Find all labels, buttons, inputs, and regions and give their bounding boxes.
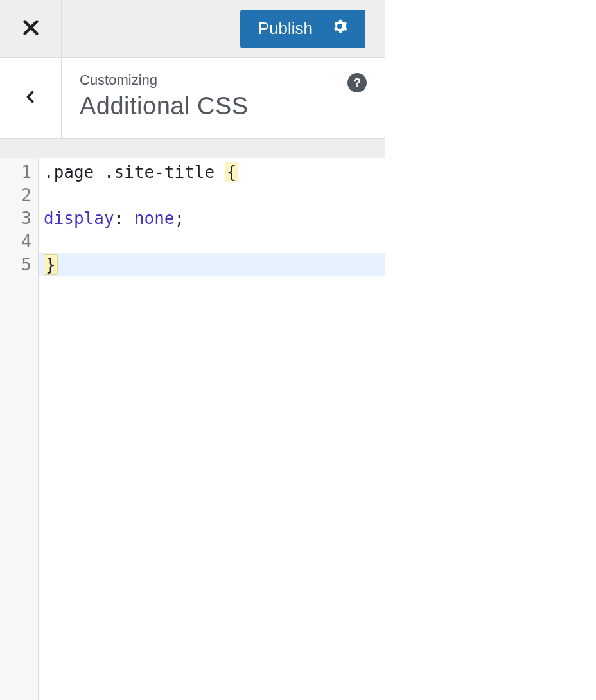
close-icon xyxy=(22,19,40,39)
code-token: } xyxy=(44,254,58,275)
code-token: none xyxy=(134,209,175,228)
page-title: Additional CSS xyxy=(80,92,367,120)
help-button[interactable]: ? xyxy=(347,73,367,92)
code-line xyxy=(44,230,385,253)
code-token: .page .site-title xyxy=(44,162,225,182)
code-line: .page .site-title { xyxy=(44,161,385,184)
code-line xyxy=(44,184,385,207)
customizer-panel: Publish Customizing Additional CSS ? 123… xyxy=(0,0,385,700)
editor-code-area[interactable]: .page .site-title {display: none;} xyxy=(39,158,385,700)
section-header: Customizing Additional CSS ? xyxy=(0,58,385,139)
back-button[interactable] xyxy=(0,58,62,138)
code-token: : xyxy=(114,209,134,228)
active-line-highlight xyxy=(39,253,385,276)
separator-strip xyxy=(0,139,385,158)
code-token: display xyxy=(44,209,114,228)
publish-button[interactable]: Publish xyxy=(240,10,365,48)
close-button[interactable] xyxy=(0,0,62,57)
css-editor[interactable]: 12345 .page .site-title {display: none;} xyxy=(0,158,385,700)
code-token: ; xyxy=(175,209,185,228)
line-number: 1 xyxy=(0,161,31,184)
editor-gutter: 12345 xyxy=(0,158,39,700)
breadcrumb: Customizing xyxy=(80,72,367,89)
line-number: 2 xyxy=(0,184,31,207)
topbar: Publish xyxy=(0,0,385,58)
code-token: { xyxy=(225,162,239,182)
line-number: 4 xyxy=(0,230,31,253)
gear-icon xyxy=(332,19,347,39)
publish-button-label: Publish xyxy=(258,19,313,39)
question-icon: ? xyxy=(353,76,361,91)
section-titles: Customizing Additional CSS ? xyxy=(62,58,385,138)
line-number: 5 xyxy=(0,253,31,276)
code-line: display: none; xyxy=(44,207,385,230)
chevron-left-icon xyxy=(24,87,38,109)
line-number: 3 xyxy=(0,207,31,230)
topbar-right: Publish xyxy=(62,0,385,57)
